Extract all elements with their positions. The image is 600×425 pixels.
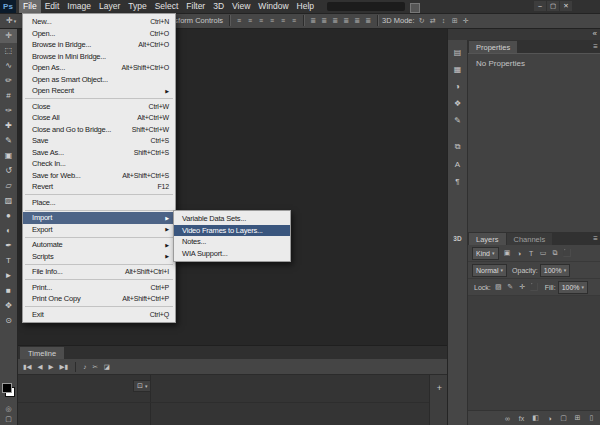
pen-tool[interactable]: ✒ [0,238,17,253]
panel-menu-icon[interactable]: ≡ [593,234,598,243]
distribute-top-edges-icon[interactable]: ≣ [308,15,318,26]
filter-shape-layers-icon[interactable]: ▭ [538,248,549,259]
menubar-item-edit[interactable]: Edit [41,0,64,13]
lock-position-icon[interactable]: ✛ [517,282,528,293]
file-menu-item-export[interactable]: Export▶ [23,224,175,236]
menubar-item-filter[interactable]: Filter [182,0,209,13]
add-layer-mask-icon[interactable]: ◧ [530,413,541,424]
new-layer-icon[interactable]: ⊞ [572,413,583,424]
new-group-icon[interactable]: ▢ [558,413,569,424]
split-clip-icon[interactable]: ✂ [90,360,99,373]
transition-icon[interactable]: ◪ [102,360,112,373]
mute-audio-icon[interactable]: ♪ [81,360,88,373]
collapse-panels-icon[interactable]: « [593,29,597,39]
menubar-item-help[interactable]: Help [293,0,318,13]
clone-source-panel-icon[interactable]: ⧉ [450,139,466,155]
previous-frame-button[interactable]: ◀ [36,360,45,373]
3d-drag-icon[interactable]: ↕ [439,15,449,26]
eyedropper-tool[interactable]: ✑ [0,103,17,118]
menubar-item-image[interactable]: Image [63,0,95,13]
first-frame-button[interactable]: ▮◀ [21,360,34,373]
minimize-button[interactable]: – [534,1,546,11]
distribute-vertical-centers-icon[interactable]: ≣ [319,15,329,26]
adjustment-layer-icon[interactable]: ◑ [544,413,555,424]
foreground-color-swatch[interactable] [2,383,12,393]
fill-dropdown[interactable]: 100% ▾ [558,281,588,294]
layer-filtering-toggle[interactable]: ⬛ [562,248,573,259]
link-layers-icon[interactable]: ∞ [502,413,513,424]
tab-layers[interactable]: Layers [469,233,506,245]
file-menu-item-browse-in-bridge[interactable]: Browse in Bridge...Alt+Ctrl+O [23,39,175,51]
filter-pixel-layers-icon[interactable]: ▣ [502,248,513,259]
file-menu-item-browse-in-mini-bridge[interactable]: Browse in Mini Bridge... [23,51,175,63]
file-menu-item-print-one-copy[interactable]: Print One CopyAlt+Shift+Ctrl+P [23,293,175,305]
dodge-tool[interactable]: ◐ [0,223,17,238]
menubar-item-type[interactable]: Type [124,0,150,13]
menubar-item-layer[interactable]: Layer [95,0,124,13]
brush-panel-icon[interactable]: ✎ [450,112,466,128]
history-brush-tool[interactable]: ↺ [0,163,17,178]
type-tool[interactable]: T [0,253,17,268]
character-panel-icon[interactable]: A [450,156,466,172]
filter-adjustment-layers-icon[interactable]: ◑ [514,248,525,259]
3d-scale-icon[interactable]: ✛ [461,15,471,26]
distribute-horizontal-centers-icon[interactable]: ≣ [352,15,362,26]
crop-tool[interactable]: # [0,88,17,103]
brush-tool[interactable]: ✎ [0,133,17,148]
gradient-tool[interactable]: ▨ [0,193,17,208]
close-button[interactable]: ✕ [560,1,572,11]
file-menu-item-check-in[interactable]: Check In... [23,158,175,170]
file-menu-item-close-and-go-to-bridge[interactable]: Close and Go to Bridge...Shift+Ctrl+W [23,124,175,136]
file-menu-item-automate[interactable]: Automate▶ [23,239,175,251]
file-menu-item-close-all[interactable]: Close AllAlt+Ctrl+W [23,112,175,124]
lasso-tool[interactable]: ∿ [0,58,17,73]
3d-roll-icon[interactable]: ⇄ [428,15,438,26]
file-menu-item-print[interactable]: Print...Ctrl+P [23,282,175,294]
delete-layer-icon[interactable]: ▯ [586,413,597,424]
file-menu-item-open-as[interactable]: Open As...Alt+Shift+Ctrl+O [23,62,175,74]
quick-mask-button[interactable]: ◎ [0,404,17,414]
lock-all-icon[interactable]: ⬛ [529,282,540,293]
shape-tool[interactable]: ■ [0,283,17,298]
menubar-item-3d[interactable]: 3D [209,0,228,13]
styles-panel-icon[interactable]: ❖ [450,95,466,111]
healing-brush-tool[interactable]: ✚ [0,118,17,133]
filter-type-layers-icon[interactable]: T [526,248,537,259]
align-bottom-edges-icon[interactable]: ≡ [256,15,266,26]
panel-menu-icon[interactable]: ≡ [593,42,598,51]
adjustments-panel-icon[interactable]: ◑ [450,78,466,94]
tab-properties[interactable]: Properties [469,41,517,53]
menubar-item-select[interactable]: Select [151,0,183,13]
file-menu-item-save-as[interactable]: Save As...Shift+Ctrl+S [23,147,175,159]
quick-selection-tool[interactable]: ✏ [0,73,17,88]
distribute-left-edges-icon[interactable]: ≣ [341,15,351,26]
tool-preset-picker[interactable]: ✛ ▾ [3,16,19,25]
menubar-item-file[interactable]: File [19,0,41,13]
3d-panel-icon[interactable]: 3D [450,230,466,246]
file-menu-item-file-info[interactable]: File Info...Alt+Shift+Ctrl+I [23,266,175,278]
align-top-edges-icon[interactable]: ≡ [234,15,244,26]
play-button[interactable]: ▶ [47,360,56,373]
kind-filter-dropdown[interactable]: Kind ▾ [472,247,499,260]
menubar-item-view[interactable]: View [228,0,254,13]
paragraph-panel-icon[interactable]: ¶ [450,173,466,189]
blend-mode-dropdown[interactable]: Normal ▾ [472,264,507,277]
lock-image-pixels-icon[interactable]: ✎ [505,282,516,293]
timeline-frame-menu-button[interactable]: ⊡ ▾ [133,380,151,392]
file-menu-item-revert[interactable]: RevertF12 [23,181,175,193]
align-right-edges-icon[interactable]: ≡ [289,15,299,26]
file-menu-item-import[interactable]: Import▶ [23,212,175,224]
menubar-item-window[interactable]: Window [254,0,292,13]
next-frame-button[interactable]: ▶▮ [58,360,71,373]
align-horizontal-centers-icon[interactable]: ≡ [278,15,288,26]
color-panel-icon[interactable]: ▤ [450,44,466,60]
tab-channels[interactable]: Channels [507,233,553,245]
distribute-right-edges-icon[interactable]: ≣ [363,15,373,26]
file-menu-item-close[interactable]: CloseCtrl+W [23,101,175,113]
file-menu-item-place[interactable]: Place... [23,197,175,209]
layer-effects-icon[interactable]: fx [516,413,527,424]
align-vertical-centers-icon[interactable]: ≡ [245,15,255,26]
opacity-dropdown[interactable]: 100% ▾ [540,264,570,277]
file-menu-item-save[interactable]: SaveCtrl+S [23,135,175,147]
align-left-edges-icon[interactable]: ≡ [267,15,277,26]
